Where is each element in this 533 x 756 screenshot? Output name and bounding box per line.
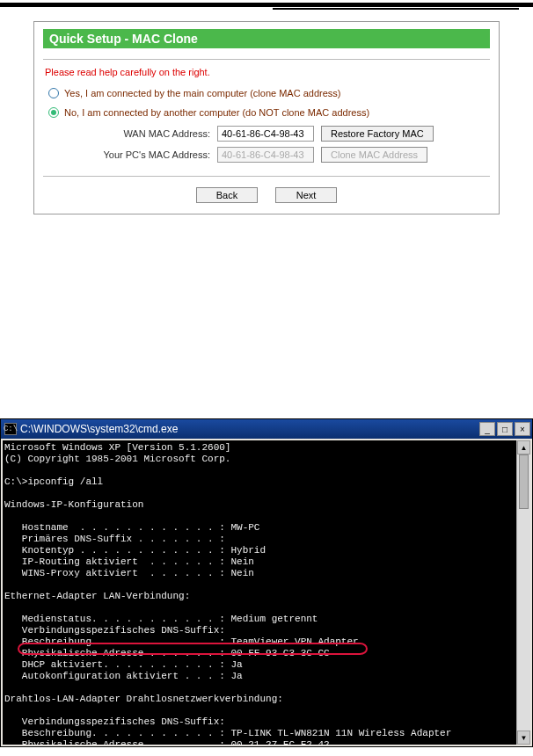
cmd-output[interactable]: Microsoft Windows XP [Version 5.1.2600] … xyxy=(3,440,530,745)
doc-toprule xyxy=(273,8,519,10)
wan-mac-label: WAN MAC Address: xyxy=(69,128,210,139)
cmd-titlebar[interactable]: C:\ C:\WINDOWS\system32\cmd.exe _ □ × xyxy=(1,419,532,439)
maximize-button[interactable]: □ xyxy=(497,422,513,436)
cmd-client-area: Microsoft Windows XP [Version 5.1.2600] … xyxy=(1,439,532,746)
restore-factory-mac-button[interactable]: Restore Factory MAC xyxy=(321,126,434,142)
pc-mac-input xyxy=(217,147,314,163)
next-button[interactable]: Next xyxy=(275,187,337,203)
radio-no-label: No, I am connected by another computer (… xyxy=(64,107,369,118)
cmd-icon: C:\ xyxy=(4,423,17,435)
cmd-title: C:\WINDOWS\system32\cmd.exe xyxy=(20,423,479,435)
doc-topbar xyxy=(0,3,533,7)
pc-mac-row: Your PC's MAC Address: Clone MAC Address xyxy=(43,144,490,165)
divider xyxy=(43,59,490,60)
back-button[interactable]: Back xyxy=(196,187,258,203)
close-button[interactable]: × xyxy=(515,422,530,436)
clone-mac-address-button: Clone MAC Address xyxy=(321,147,427,163)
help-warning: Please read help carefully on the right. xyxy=(43,65,490,84)
divider xyxy=(43,176,490,177)
radio-yes[interactable] xyxy=(48,88,59,98)
pc-mac-label: Your PC's MAC Address: xyxy=(69,149,210,160)
radio-no[interactable] xyxy=(48,107,59,118)
wan-mac-input[interactable] xyxy=(217,126,314,142)
nav-row: Back Next xyxy=(43,182,490,203)
wan-mac-row: WAN MAC Address: Restore Factory MAC xyxy=(43,123,490,144)
minimize-button[interactable]: _ xyxy=(479,422,495,436)
vertical-scrollbar[interactable]: ▲ ▼ xyxy=(516,440,530,745)
scroll-thumb[interactable] xyxy=(517,454,530,731)
radio-yes-label: Yes, I am connected by the main computer… xyxy=(64,88,340,98)
mac-address-highlight xyxy=(18,643,368,655)
scroll-down-button[interactable]: ▼ xyxy=(517,731,530,745)
quick-setup-panel: Quick Setup - MAC Clone Please read help… xyxy=(33,21,500,214)
radio-no-row[interactable]: No, I am connected by another computer (… xyxy=(43,104,490,123)
cmd-window: C:\ C:\WINDOWS\system32\cmd.exe _ □ × Mi… xyxy=(0,418,533,747)
scroll-up-button[interactable]: ▲ xyxy=(517,440,530,454)
radio-yes-row[interactable]: Yes, I am connected by the main computer… xyxy=(43,84,490,104)
quick-setup-title: Quick Setup - MAC Clone xyxy=(43,29,490,48)
